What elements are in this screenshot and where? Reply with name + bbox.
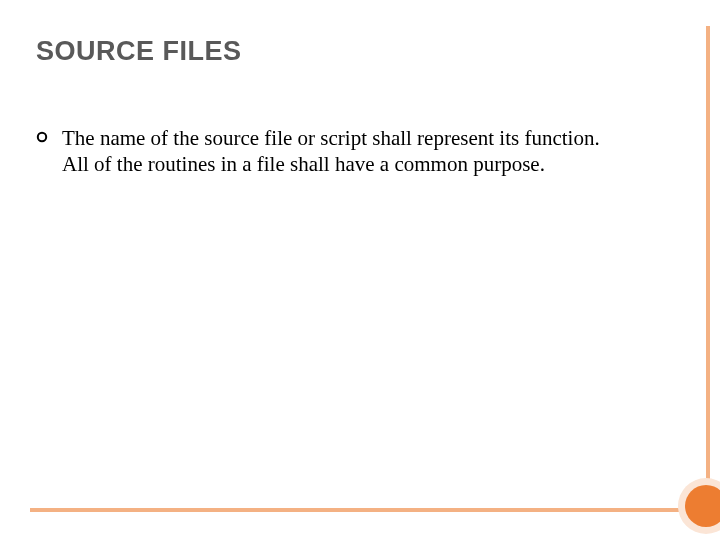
bullet-circle-icon	[36, 131, 48, 143]
vertical-accent-rule	[706, 26, 710, 510]
bullet-item: The name of the source file or script sh…	[36, 125, 672, 178]
bullet-text: The name of the source file or script sh…	[62, 125, 622, 178]
slide: SOURCE FILES The name of the source file…	[0, 0, 720, 540]
corner-decoration	[678, 478, 720, 534]
svg-point-0	[38, 133, 46, 141]
corner-circle-inner	[685, 485, 720, 527]
horizontal-accent-rule	[30, 508, 712, 512]
slide-title: SOURCE FILES	[36, 36, 672, 67]
